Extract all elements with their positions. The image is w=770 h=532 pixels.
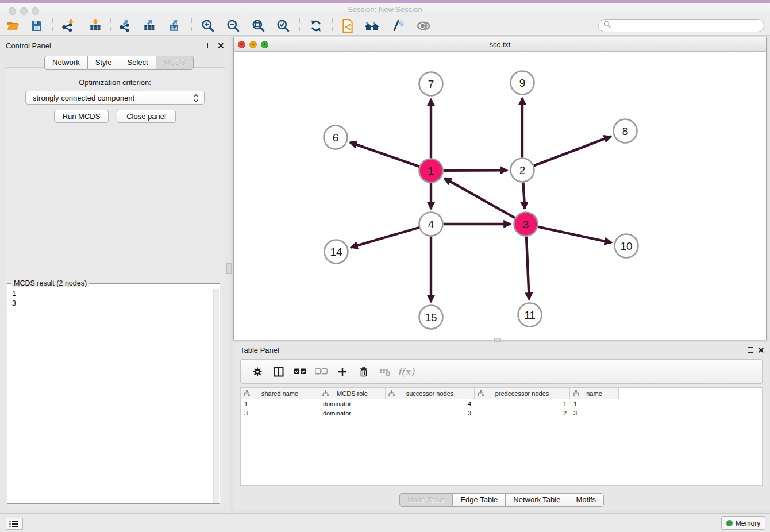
open-session-icon[interactable] — [5, 18, 22, 34]
table-cell[interactable]: 1 — [475, 399, 570, 408]
memory-label: Memory — [736, 519, 760, 527]
table-cell[interactable]: 2 — [475, 408, 570, 418]
criterion-dropdown[interactable]: strongly connected component — [25, 91, 205, 105]
export-image-icon[interactable] — [167, 18, 184, 34]
hide-panels-eye-icon[interactable] — [415, 18, 432, 34]
table-body: 1dominator4113dominator323 — [241, 399, 762, 418]
tab-network-table[interactable]: Network Table — [506, 493, 568, 507]
graph-node-11[interactable]: 11 — [518, 303, 542, 327]
close-panel-button[interactable]: Close panel — [117, 110, 176, 123]
select-all-icon[interactable] — [289, 363, 310, 380]
graph-node-4[interactable]: 4 — [419, 213, 443, 236]
graph-node-1[interactable]: 1 — [419, 159, 443, 183]
import-network-from-file-icon[interactable] — [59, 18, 76, 34]
tab-node-table[interactable]: Node Table — [399, 493, 453, 507]
graph-edge-2-3[interactable] — [523, 183, 525, 209]
table-panel-float-icon[interactable] — [748, 347, 753, 353]
toolbar-separator — [191, 18, 192, 33]
deselect-all-icon[interactable] — [310, 363, 332, 380]
control-panel: Control Panel ⨯ NetworkStyleSelectMCDS O… — [0, 36, 230, 513]
column-header-label: shared name — [261, 390, 298, 397]
network-view-window: × − + scc.txt 7968124314101511 — [233, 37, 767, 340]
graph-node-15[interactable]: 15 — [419, 306, 443, 329]
first-neighbors-icon[interactable] — [364, 18, 381, 34]
column-header-MCDS-role[interactable]: MCDS role — [319, 388, 386, 399]
graph-node-8[interactable]: 8 — [614, 119, 637, 143]
column-view-icon[interactable] — [268, 363, 289, 380]
table-header-row: shared nameMCDS rolesuccessor nodesprede… — [241, 388, 762, 399]
table-cell[interactable]: 3 — [241, 408, 319, 418]
table-cell[interactable]: 3 — [386, 408, 475, 418]
zoom-selected-icon[interactable] — [275, 18, 292, 34]
add-row-icon[interactable] — [332, 363, 353, 380]
search-input[interactable] — [598, 19, 764, 32]
zoom-out-icon[interactable] — [225, 18, 242, 34]
delete-row-trash-icon[interactable] — [353, 363, 374, 380]
graph-node-14[interactable]: 14 — [325, 240, 348, 264]
graph-node-7[interactable]: 7 — [419, 72, 443, 96]
graph-node-6[interactable]: 6 — [324, 126, 348, 149]
dropdown-stepper-icon — [192, 93, 199, 103]
control-panel-float-icon[interactable] — [207, 43, 213, 48]
graph-edge-2-8[interactable] — [534, 136, 611, 165]
column-header-predecessor-nodes[interactable]: predecessor nodes — [475, 388, 570, 399]
graph-edge-3-11[interactable] — [526, 237, 529, 300]
table-cell[interactable]: 3 — [570, 408, 619, 418]
zoom-fit-content-icon[interactable] — [250, 18, 267, 34]
save-session-icon[interactable] — [28, 18, 45, 34]
run-mcds-button[interactable]: Run MCDS — [54, 110, 109, 123]
result-scrollbar[interactable] — [213, 289, 219, 503]
horizontal-splitter-handle[interactable] — [494, 338, 501, 342]
show-graphics-details-icon[interactable] — [389, 18, 406, 34]
tab-motifs[interactable]: Motifs — [568, 493, 604, 507]
mcds-result-list[interactable]: 13 — [9, 289, 213, 502]
table-panel-close-icon[interactable]: ⨯ — [757, 346, 765, 353]
graph-node-3[interactable]: 3 — [514, 213, 538, 236]
svg-text:14: 14 — [330, 246, 342, 258]
table-cell[interactable]: dominator — [319, 399, 386, 408]
table-cell[interactable]: 4 — [386, 399, 475, 408]
control-panel-close-icon[interactable]: ⨯ — [217, 42, 225, 49]
tab-network[interactable]: Network — [44, 56, 88, 70]
control-panel-tabs: NetworkStyleSelectMCDS — [44, 56, 194, 70]
graph-edge-1-6[interactable] — [350, 142, 419, 167]
main-toolbar — [0, 16, 770, 36]
result-item[interactable]: 3 — [12, 299, 213, 309]
export-network-icon[interactable] — [117, 18, 134, 34]
delete-table-icon[interactable] — [374, 363, 395, 380]
graph-node-9[interactable]: 9 — [511, 71, 534, 95]
table-cell[interactable]: 1 — [241, 399, 319, 408]
graph-edge-1-2[interactable] — [444, 170, 507, 171]
zoom-in-icon[interactable] — [199, 18, 217, 34]
table-cell[interactable]: 1 — [570, 399, 619, 408]
table-cell[interactable]: dominator — [319, 408, 386, 418]
vertical-splitter-handle[interactable] — [226, 263, 232, 274]
import-table-from-file-icon[interactable] — [87, 18, 104, 34]
graph-node-2[interactable]: 2 — [511, 159, 534, 182]
graph-node-10[interactable]: 10 — [615, 234, 638, 258]
svg-text:10: 10 — [620, 240, 632, 252]
tab-mcds[interactable]: MCDS — [156, 56, 194, 70]
column-header-name[interactable]: name — [570, 388, 619, 399]
tab-edge-table[interactable]: Edge Table — [453, 493, 506, 507]
graph-edge-4-14[interactable] — [351, 228, 419, 248]
graph-edge-3-1[interactable] — [444, 178, 515, 218]
column-header-successor-nodes[interactable]: successor nodes — [386, 388, 475, 399]
tab-select[interactable]: Select — [120, 56, 156, 70]
apply-function-icon[interactable]: f(x) — [395, 363, 417, 380]
search-field[interactable] — [611, 21, 764, 31]
column-header-shared-name[interactable]: shared name — [241, 388, 319, 399]
new-network-from-selection-icon[interactable] — [339, 18, 356, 34]
export-table-icon[interactable] — [141, 18, 159, 34]
graph-edge-3-10[interactable] — [538, 227, 611, 243]
network-graph-canvas[interactable]: 7968124314101511 — [234, 52, 766, 340]
memory-button[interactable]: Memory — [721, 516, 765, 530]
update-view-icon[interactable] — [307, 18, 325, 34]
tab-style[interactable]: Style — [88, 56, 120, 70]
network-window-titlebar[interactable]: × − + scc.txt — [234, 37, 766, 52]
result-item[interactable]: 1 — [12, 289, 213, 299]
table-row[interactable]: 1dominator411 — [241, 399, 762, 408]
table-settings-gear-icon[interactable] — [247, 363, 268, 380]
table-row[interactable]: 3dominator323 — [241, 408, 762, 418]
task-history-button[interactable] — [6, 518, 23, 530]
